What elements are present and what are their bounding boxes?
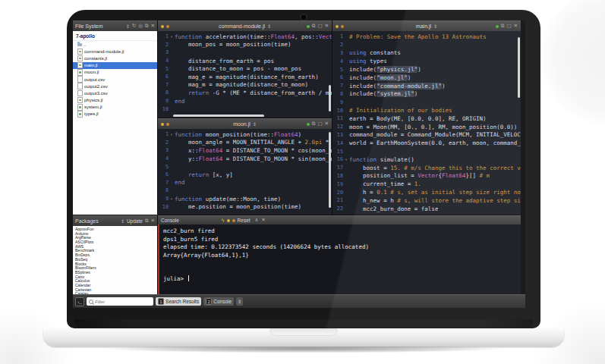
code-line: 8 <box>158 187 332 195</box>
code-line: 3 <box>158 49 332 57</box>
code-text: boost = 15. # m/s Change this to the cor… <box>349 165 521 171</box>
code-text: command_module = Command_Module(MCM, INI… <box>349 131 521 138</box>
line-number: 9 <box>158 98 169 104</box>
split-panel-icon[interactable]: ⧉ <box>145 24 149 29</box>
lightning-icon[interactable]: ϟ <box>222 218 225 223</box>
search-icon <box>89 300 93 304</box>
laptop-base <box>43 328 564 347</box>
line-number: 8 <box>158 187 169 193</box>
terminal-toggle-icon[interactable]: ›_ <box>75 297 84 306</box>
eye-icon[interactable]: ◎ <box>138 24 143 29</box>
file-item[interactable]: command-module.jl <box>73 48 157 55</box>
file-item[interactable]: physics.jl <box>73 97 157 104</box>
code-line: 5 distance_to_moon = pos - moon_pos <box>158 64 332 73</box>
line-number: 5 <box>332 67 343 73</box>
maximize-icon[interactable]: ▢ <box>506 24 511 29</box>
code-text: function update(me::Moon, time) <box>175 196 281 202</box>
tab-badge: 1 <box>158 298 164 306</box>
code-line: 12moon = Moon(MM, [0., 0.], RM, moon_pos… <box>332 123 521 131</box>
tab-stepper-icon[interactable]: ⇕ <box>236 297 243 306</box>
file-item[interactable]: types.jl <box>73 111 157 118</box>
status-dot-icon <box>227 219 230 222</box>
code-text: world = EarthMoonSystem(0.0, earth, moon… <box>349 140 521 146</box>
code-text: moon = Moon(MM, [0., 0.], RM, moon_posit… <box>349 124 517 130</box>
editor-window-command-module: command-module.jl⇕ ⧉▢✕ 1▾function accele… <box>158 20 332 118</box>
vertical-scrollbar[interactable] <box>518 37 521 98</box>
code-area[interactable]: 1▾function moon_position(time::Float64)2… <box>158 129 332 215</box>
line-number: 22 <box>332 206 343 212</box>
filter-input[interactable] <box>95 300 151 304</box>
workspace-name: 7-apollo <box>73 31 157 41</box>
file-name: moon.jl <box>84 70 99 74</box>
code-line: 14world = EarthMoonSystem(0.0, earth, mo… <box>332 139 521 147</box>
file-name: types.jl <box>84 111 99 116</box>
code-text: moon_pos = moon_position(time) <box>175 41 291 48</box>
file-icon <box>77 97 83 104</box>
close-icon[interactable]: ✕ <box>325 24 329 29</box>
file-item[interactable]: constants.jl <box>73 55 157 61</box>
fold-arrow-icon[interactable]: ▾ <box>169 34 175 39</box>
pane-right-icon[interactable]: ⧉ <box>312 24 316 29</box>
code-line: 1# Problem: Save the Apollo 13 Astronaut… <box>332 33 521 41</box>
update-button[interactable]: Update <box>127 218 143 224</box>
file-item[interactable]: main.jl <box>73 62 157 69</box>
pane-right-icon[interactable]: ⧉ <box>312 121 316 127</box>
console-output[interactable]: mcc2_burn fireddps1_burn5 firedelapsed t… <box>158 224 521 294</box>
vertical-scrollbar[interactable] <box>329 132 332 208</box>
editor-tab-title: main.jl <box>416 24 431 29</box>
file-item[interactable]: output.csv <box>73 76 157 83</box>
editor-tab-bar[interactable]: command-module.jl⇕ ⧉▢✕ <box>158 20 332 31</box>
fold-arrow-icon[interactable]: ▾ <box>343 157 349 162</box>
pane-right-icon[interactable]: ⧉ <box>501 24 505 29</box>
split-panel-icon[interactable]: ⧉ <box>145 218 149 224</box>
line-number: 1 <box>158 131 169 137</box>
close-icon[interactable]: ✕ <box>325 121 329 127</box>
reset-button[interactable]: Reset <box>238 218 251 223</box>
maximize-icon[interactable]: ▢ <box>317 24 322 29</box>
code-text: y::Float64 = DISTANCE_TO_MOON * sin(moon… <box>175 155 332 162</box>
close-icon[interactable]: ✕ <box>151 24 155 29</box>
close-icon[interactable]: ✕ <box>261 218 265 223</box>
line-number: 5 <box>158 66 169 72</box>
webcam-icon <box>301 15 306 20</box>
chevron-updown-icon[interactable]: ⇕ <box>126 24 130 29</box>
file-item[interactable]: moon.jl <box>73 69 157 76</box>
code-area[interactable]: 1▾function acceleration(time::Float64, p… <box>158 31 332 118</box>
panel-tab-console[interactable]: 2Console <box>203 297 234 306</box>
code-line: 7 mag_m = magnitude(distance_to_moon) <box>158 81 332 89</box>
code-text: mcc2_burn_done = false <box>349 206 438 212</box>
file-name: command-module.jl <box>84 49 124 54</box>
status-dot-icon <box>232 219 235 222</box>
fold-arrow-icon[interactable]: ▾ <box>169 196 175 201</box>
vertical-scrollbar[interactable] <box>329 85 332 111</box>
maximize-icon[interactable]: ▢ <box>317 121 322 127</box>
panel-tab-search-results[interactable]: 1Search Results <box>156 297 201 306</box>
unsaved-dot-icon <box>166 123 169 126</box>
code-line: 13command_module = Command_Module(MCM, I… <box>332 131 521 140</box>
chevron-updown-icon[interactable]: ⇕ <box>121 218 124 224</box>
refresh-icon[interactable]: ↻ <box>132 24 136 29</box>
editor-tab-bar[interactable]: main.jl⇕ ⧉▢✕ <box>332 20 521 31</box>
line-number: 2 <box>158 140 169 146</box>
editor-tab-bar[interactable]: moon.jl⇕ ⧉▢✕ <box>158 118 332 129</box>
file-name: output3.csv <box>84 91 108 96</box>
folder-icon <box>77 43 82 46</box>
file-item[interactable]: output2.csv <box>73 83 157 89</box>
chevron-updown-icon: ⇕ <box>267 24 271 29</box>
collapse-icon[interactable]: ∧ <box>255 218 259 223</box>
file-item[interactable]: output3.csv <box>73 89 157 96</box>
close-icon[interactable]: ✕ <box>151 218 155 224</box>
close-icon[interactable]: ✕ <box>514 24 518 29</box>
file-item[interactable]: .. <box>73 41 157 48</box>
console-line: elapsed time: 0.122373542 seconds (14206… <box>163 243 521 252</box>
unsaved-dot-icon <box>166 25 169 28</box>
code-text: moon_angle = MOON_INITIAL_ANGLE + 2.0pi … <box>175 139 332 146</box>
file-item[interactable]: system.jl <box>73 104 157 111</box>
code-area[interactable]: 1# Problem: Save the Apollo 13 Astronaut… <box>332 31 521 215</box>
file-icon <box>77 62 83 69</box>
horizontal-scrollbar[interactable] <box>173 115 264 118</box>
fold-arrow-icon[interactable]: ▾ <box>169 132 175 136</box>
file-system-header: File System ⇕ ↻◎⧉✕ <box>73 20 157 31</box>
code-text: function simulate() <box>349 156 414 163</box>
text-cursor <box>188 275 190 281</box>
